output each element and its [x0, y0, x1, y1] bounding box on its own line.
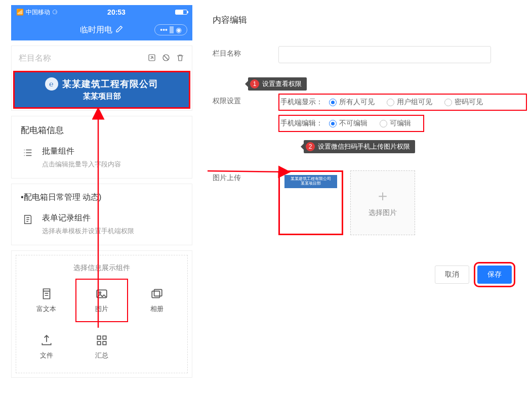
edit-icon[interactable] [115, 25, 124, 35]
capsule-more-icon[interactable]: ••• [158, 26, 170, 34]
section2-title: •配电箱日常管理 动态) [12, 184, 192, 211]
chooser-file[interactable]: 文件 [20, 325, 72, 369]
callout-text: 设置查看权限 [262, 79, 302, 89]
editor-title: 内容编辑 [213, 14, 527, 26]
carrier-text: 中国移动 [26, 8, 50, 17]
cell-label: 图片 [95, 304, 108, 314]
chooser-summary[interactable]: 汇总 [75, 325, 128, 369]
cancel-button[interactable]: 取消 [435, 266, 469, 284]
content-editor: 内容编辑 栏目名称 1设置查看权限 权限设置 手机端显示： 所有人可见 用户组可… [213, 14, 527, 284]
radio-label: 可编辑 [390, 119, 411, 128]
phone-title-bar: 临时用电 ••• ◉ [11, 19, 192, 40]
phone-status-bar: 📶 中国移动 ⚆ 20:53 [11, 5, 192, 19]
row-column-name: 栏目名称 [213, 46, 527, 63]
callout-text: 设置微信扫码手机上传图片权限 [318, 142, 410, 151]
batch-component-item[interactable]: 批量组件 点击编辑批量导入字段内容 [12, 144, 192, 178]
radio-label: 用户组可见 [397, 98, 432, 107]
company-name: 某某建筑工程有限公司 [62, 78, 158, 90]
radio-label: 密码可见 [455, 98, 483, 107]
radio-edit-no[interactable]: 不可编辑 [329, 119, 367, 128]
callout-2: 2设置微信扫码手机上传图片权限 [304, 140, 415, 153]
permission-edit-box: 手机端编辑： 不可编辑 可编辑 [278, 115, 424, 132]
chooser-image[interactable]: 图片 [75, 279, 128, 322]
chooser-empty [131, 325, 183, 369]
image-picker[interactable]: ＋ 选择图片 [350, 170, 415, 235]
save-button[interactable]: 保存 [477, 266, 512, 284]
chooser-richtext[interactable]: 富文本 [20, 279, 72, 322]
radio-edit-yes[interactable]: 可编辑 [380, 119, 411, 128]
item-desc: 点击编辑批量导入字段内容 [42, 160, 121, 169]
cell-label: 富文本 [36, 304, 56, 314]
wifi-icon: ⚆ [52, 9, 58, 16]
radio-label: 所有人可见 [339, 98, 375, 107]
cell-label: 相册 [150, 304, 163, 314]
plus-icon: ＋ [375, 188, 390, 203]
svg-rect-8 [97, 341, 101, 345]
label-upload: 图片上传 [213, 170, 278, 183]
svg-rect-4 [152, 291, 160, 298]
trash-icon[interactable] [176, 53, 185, 64]
richtext-icon [40, 287, 53, 300]
radio-display-password[interactable]: 密码可见 [444, 98, 483, 107]
section1-title: 配电箱信息 [12, 116, 192, 144]
component-chooser: 选择信息展示组件 富文本 图片 相册 文件 [11, 250, 192, 378]
cell-label: 文件 [40, 351, 53, 360]
permission-display-box: 手机端显示： 所有人可见 用户组可见 密码可见 [278, 94, 527, 111]
album-icon [150, 287, 163, 300]
callout-1: 1设置查看权限 [248, 77, 307, 91]
svg-rect-5 [154, 289, 162, 296]
company-banner[interactable]: ℮ 某某建筑工程有限公司 某某项目部 [13, 71, 190, 109]
signal-icon: 📶 [16, 9, 24, 16]
item-title: 表单记录组件 [42, 213, 134, 224]
picker-label: 选择图片 [369, 208, 397, 217]
editor-buttons: 取消 保存 [213, 266, 527, 284]
list-icon [21, 146, 35, 169]
radio-display-all[interactable]: 所有人可见 [329, 98, 375, 107]
column-panel: 栏目名称 ℮ 某某建筑工程有限公司 某某项目部 [11, 46, 192, 111]
edit-label: 手机端编辑： [280, 119, 323, 128]
display-label: 手机端显示： [280, 98, 323, 107]
forbid-icon[interactable] [161, 53, 171, 64]
section-2: •配电箱日常管理 动态) 表单记录组件 选择表单模板并设置手机端权限 [11, 184, 192, 245]
grid-icon [95, 334, 108, 347]
form-icon [21, 213, 35, 236]
svg-rect-6 [97, 336, 101, 339]
svg-point-3 [99, 292, 101, 293]
company-logo-icon: ℮ [45, 77, 58, 91]
row-upload: 图片上传 某某建筑工程有限公司 某某项目部 ＋ 选择图片 [213, 170, 527, 235]
chooser-heading: 选择信息展示组件 [20, 263, 183, 273]
label-permission: 权限设置 [213, 94, 278, 106]
form-record-item[interactable]: 表单记录组件 选择表单模板并设置手机端权限 [12, 211, 192, 245]
row-permission: 权限设置 手机端显示： 所有人可见 用户组可见 密码可见 手机端编辑： 不可编辑… [213, 94, 527, 156]
shrink-icon[interactable] [147, 53, 156, 64]
miniprogram-capsule[interactable]: ••• ◉ [154, 24, 187, 35]
chooser-album[interactable]: 相册 [131, 279, 183, 322]
radio-display-group[interactable]: 用户组可见 [387, 98, 432, 107]
cell-label: 汇总 [95, 351, 108, 360]
svg-rect-9 [103, 341, 106, 345]
page-title: 临时用电 [80, 25, 112, 35]
item-desc: 选择表单模板并设置手机端权限 [42, 227, 134, 236]
project-name: 某某项目部 [15, 92, 189, 101]
uploaded-thumb[interactable]: 某某建筑工程有限公司 某某项目部 [278, 170, 343, 235]
image-icon [95, 287, 108, 300]
item-title: 批量组件 [42, 146, 121, 157]
phone-preview: 📶 中国移动 ⚆ 20:53 临时用电 ••• ◉ 栏目名称 ℮ [11, 5, 192, 378]
upload-icon [40, 334, 53, 347]
label-column: 栏目名称 [213, 46, 278, 58]
status-time: 20:53 [58, 8, 175, 16]
radio-label: 不可编辑 [339, 119, 367, 128]
battery-icon [175, 10, 187, 15]
column-name-input[interactable] [278, 46, 491, 63]
section-1: 配电箱信息 批量组件 点击编辑批量导入字段内容 [11, 116, 192, 179]
svg-rect-7 [103, 336, 106, 339]
thumb-preview: 某某建筑工程有限公司 某某项目部 [284, 175, 337, 188]
capsule-close-icon[interactable]: ◉ [174, 26, 184, 34]
column-name-placeholder[interactable]: 栏目名称 [19, 53, 147, 64]
